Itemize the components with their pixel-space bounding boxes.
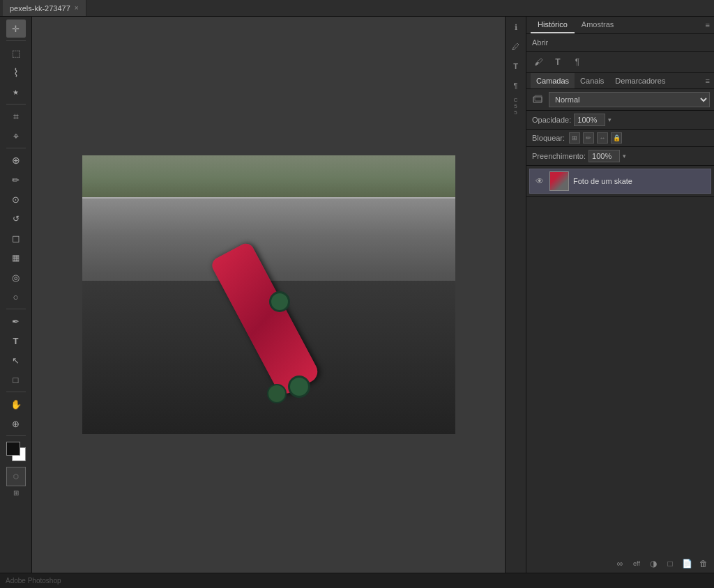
tab-demarcadores[interactable]: Demarcadores <box>609 73 671 88</box>
brush-tool-button[interactable]: ✏ <box>6 171 26 189</box>
clone-tool-button[interactable]: ⊙ <box>6 190 26 208</box>
lock-paint-button[interactable]: ✏ <box>583 132 594 144</box>
tab-camadas[interactable]: Camadas <box>531 73 575 88</box>
dodge-tool-button[interactable]: ○ <box>6 288 26 306</box>
tool-divider-4 <box>6 309 26 309</box>
layer-effects-button[interactable]: eff <box>630 557 643 570</box>
pen-tool-button[interactable]: ✒ <box>6 312 26 330</box>
crop-tool-button[interactable]: ⌗ <box>6 107 26 125</box>
blend-mode-row: Normal Dissolver Escurecer Multiplicar <box>526 89 714 111</box>
eraser-tool-button[interactable]: ◻ <box>6 229 26 247</box>
skateboard-wheel-back <box>288 376 310 398</box>
shape-tool-button[interactable]: □ <box>6 371 26 389</box>
layers-tabs: Camadas Canais Demarcadores ≡ <box>526 73 714 89</box>
skateboard-wheel-extra <box>267 384 287 403</box>
type-tool-button[interactable]: T <box>6 332 26 350</box>
layer-visibility-toggle[interactable]: 👁 <box>534 176 545 187</box>
fill-input[interactable] <box>588 150 620 162</box>
status-text: Adobe Photoshop <box>6 577 61 585</box>
layers-icon <box>531 92 546 107</box>
fill-label: Preenchimento: <box>532 152 586 160</box>
type-strip-icon[interactable]: T <box>508 59 524 74</box>
layer-name-label: Foto de um skate <box>573 177 706 185</box>
opacity-arrow[interactable]: ▾ <box>608 116 612 123</box>
new-layer-button[interactable]: 📄 <box>681 557 693 570</box>
type-panel-icon[interactable]: T <box>550 54 565 70</box>
svg-rect-1 <box>535 95 542 101</box>
lasso-tool-button[interactable]: ⌇ <box>6 63 26 82</box>
layers-panel: Camadas Canais Demarcadores ≡ Normal Dis… <box>526 73 714 573</box>
gradient-tool-button[interactable]: ▦ <box>6 249 26 267</box>
eyedropper-tool-button[interactable]: ⌖ <box>6 127 26 145</box>
lock-pixel-button[interactable]: ⊞ <box>569 132 580 144</box>
history-item-label: Abrir <box>532 38 548 47</box>
tab-amostras[interactable]: Amostras <box>575 17 621 33</box>
delete-layer-button[interactable]: 🗑 <box>697 557 710 570</box>
tool-divider-2 <box>6 104 26 105</box>
lock-move-button[interactable]: ↔ <box>597 132 608 144</box>
layer-item[interactable]: 👁 Foto de um skate <box>529 169 711 194</box>
fill-row: Preenchimento: ▾ <box>526 147 714 166</box>
lock-row: Bloquear: ⊞ ✏ ↔ 🔒 <box>526 130 714 147</box>
brush-panel-icon[interactable]: 🖌 <box>531 54 546 70</box>
right-panel: Histórico Amostras ≡ Abrir 🖌 T ¶ Camadas… <box>526 17 714 573</box>
history-content: Abrir <box>526 34 714 52</box>
link-layers-button[interactable]: ∞ <box>614 557 626 570</box>
opacity-input[interactable] <box>574 114 605 126</box>
hand-tool-button[interactable]: ✋ <box>6 395 26 413</box>
blur-tool-button[interactable]: ◎ <box>6 268 26 286</box>
file-tab[interactable]: pexels-kk-273477 × <box>3 0 86 16</box>
css-strip-label: C55 <box>514 98 518 116</box>
quick-mask-button[interactable]: ⬡ <box>6 467 26 486</box>
layer-thumb-image <box>550 172 568 190</box>
screen-mode-button[interactable]: ⊞ <box>13 489 19 497</box>
tool-divider-1 <box>6 40 26 41</box>
layer-thumbnail <box>549 171 569 191</box>
canvas-image <box>82 155 455 434</box>
skateboard-wheel-front <box>269 291 290 312</box>
opacity-row: Opacidade: ▾ <box>526 111 714 130</box>
heal-tool-button[interactable]: ⊕ <box>6 151 26 169</box>
quick-select-tool-button[interactable]: ★ <box>6 83 26 101</box>
history-panel-tabs: Histórico Amostras ≡ <box>526 17 714 34</box>
marquee-tool-button[interactable]: ⬚ <box>6 44 26 62</box>
center-strip: ℹ 🖊 T ¶ C55 <box>505 17 526 573</box>
tab-bar: pexels-kk-273477 × <box>0 0 714 17</box>
move-tool-button[interactable]: ✛ <box>6 20 26 38</box>
panel-icon-row: 🖌 T ¶ <box>526 52 714 73</box>
path-select-button[interactable]: ↖ <box>6 351 26 369</box>
tool-divider-6 <box>6 435 26 436</box>
tab-close-button[interactable]: × <box>75 4 79 12</box>
left-toolbar: ✛ ⬚ ⌇ ★ ⌗ ⌖ ⊕ ✏ ⊙ ↺ ◻ ▦ ◎ ○ ✒ T ↖ □ ✋ ⊕ … <box>0 17 32 573</box>
para-strip-icon[interactable]: ¶ <box>508 78 524 93</box>
lock-all-button[interactable]: 🔒 <box>611 132 622 144</box>
tab-historico[interactable]: Histórico <box>531 17 575 33</box>
lock-icons-group: ⊞ ✏ ↔ 🔒 <box>569 132 622 144</box>
tool-divider-5 <box>6 392 26 392</box>
photo-background <box>82 155 455 434</box>
layer-mask-button[interactable]: ◑ <box>647 557 660 570</box>
color-swatches[interactable] <box>6 442 26 461</box>
canvas-container <box>82 155 455 434</box>
brush-strip-icon[interactable]: 🖊 <box>508 39 524 54</box>
fill-arrow[interactable]: ▾ <box>623 153 626 160</box>
new-group-button[interactable]: □ <box>664 557 676 570</box>
para-panel-icon[interactable]: ¶ <box>570 54 585 70</box>
tab-filename: pexels-kk-273477 <box>10 4 70 13</box>
canvas-area[interactable] <box>32 17 505 573</box>
history-brush-button[interactable]: ↺ <box>6 210 26 228</box>
lock-label: Bloquear: <box>532 134 565 142</box>
tool-divider-3 <box>6 148 26 148</box>
zoom-tool-button[interactable]: ⊕ <box>6 415 26 433</box>
foreground-color-swatch[interactable] <box>6 442 20 456</box>
layers-bottom-toolbar: ∞ eff ◑ □ 📄 🗑 <box>526 196 714 573</box>
blend-mode-select[interactable]: Normal Dissolver Escurecer Multiplicar <box>549 92 710 107</box>
opacity-label: Opacidade: <box>532 116 571 124</box>
info-strip-icon[interactable]: ℹ <box>508 20 524 35</box>
layers-panel-menu[interactable]: ≡ <box>706 77 710 85</box>
main-layout: ✛ ⬚ ⌇ ★ ⌗ ⌖ ⊕ ✏ ⊙ ↺ ◻ ▦ ◎ ○ ✒ T ↖ □ ✋ ⊕ … <box>0 17 714 573</box>
tab-canais[interactable]: Canais <box>575 73 609 88</box>
history-panel-menu[interactable]: ≡ <box>706 21 710 29</box>
bottom-status-bar: Adobe Photoshop <box>0 573 714 588</box>
